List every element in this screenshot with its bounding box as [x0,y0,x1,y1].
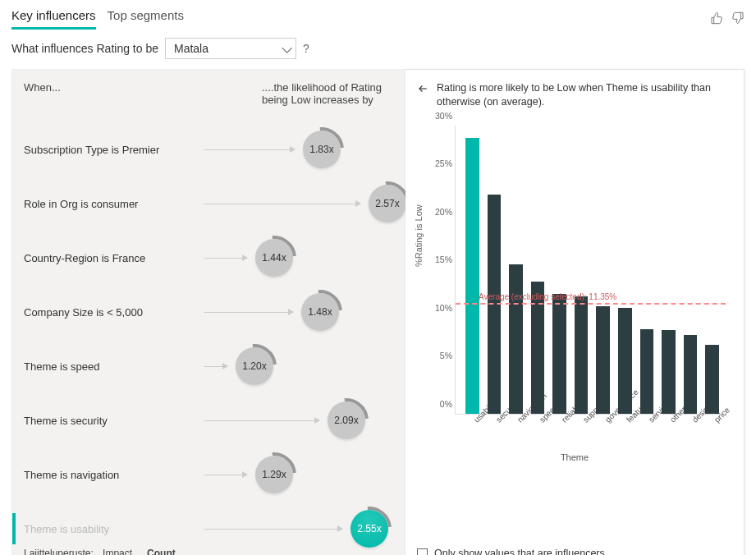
rating-value-dropdown[interactable]: Matala [165,38,296,59]
influencer-row[interactable]: Role in Org is consumer2.57x [24,177,393,231]
bar[interactable]: design [684,335,698,414]
influencer-row[interactable]: Country-Region is France1.44x [24,231,393,285]
selected-marker [12,513,16,544]
influencer-label: Company Size is < 5,000 [24,306,204,319]
influencer-track [204,475,247,475]
chart-panel: Rating is more likely to be Low when The… [405,69,745,555]
average-line [456,303,726,305]
y-tick: 5% [424,351,452,360]
bar[interactable]: reliability [552,294,566,414]
question-prefix: What influences Rating to be [11,42,158,55]
influencers-panel: When... ....the likelihood of Rating bei… [11,69,405,555]
influencer-label: Theme is speed [24,360,204,373]
bar[interactable]: navigation [509,264,523,413]
influencer-label: Theme is navigation [24,469,204,481]
only-influencers-checkbox[interactable] [417,548,428,556]
influencer-label: Theme is security [24,415,204,427]
influencer-bubble[interactable]: 1.48x [301,293,339,331]
feedback-buttons [710,11,745,27]
influencer-label: Subscription Type is Premier [24,144,204,156]
bar[interactable]: usability [465,138,479,414]
likelihood-label: ....the likelihood of Rating being Low i… [262,81,393,106]
influencers-header: When... ....the likelihood of Rating bei… [24,81,393,106]
chart-header: Rating is more likely to be Low when The… [417,81,732,109]
x-tick-label: price [712,405,731,424]
influencer-track [204,529,342,530]
y-axis-label: %Rating is Low [414,204,424,267]
influencer-row[interactable]: Company Size is < 5,0001.48x [24,285,393,339]
bar[interactable]: other [662,330,676,414]
y-tick: 0% [424,399,452,409]
influencer-label: Role in Org is consumer [24,198,204,210]
bar[interactable]: speed [531,282,545,413]
influencer-bubble[interactable]: 2.55x [351,510,388,548]
influencer-label: Country-Region is France [24,252,204,264]
tab-top-segments[interactable]: Top segments [108,8,184,30]
influencer-track [204,312,293,313]
y-tick: 25% [424,158,452,168]
influencer-label: Theme is usability [24,523,204,535]
influencer-track [204,149,295,150]
influencer-bubble[interactable]: 1.29x [255,456,293,493]
influencer-row[interactable]: Theme is navigation1.29x [24,447,393,502]
influencer-bubble[interactable]: 1.44x [255,239,293,277]
influencer-row[interactable]: Subscription Type is Premier1.83x [24,122,393,177]
influencer-bubble[interactable]: 2.09x [328,401,365,439]
influencer-track [204,258,247,259]
bar[interactable]: support [575,296,589,414]
influencer-track [204,420,319,421]
chart-title: Rating is more likely to be Low when The… [437,81,732,109]
main: When... ....the likelihood of Rating bei… [0,69,756,555]
sort-impact[interactable]: Impact [103,548,132,555]
bar[interactable]: price [705,345,719,414]
thumbs-down-icon[interactable] [731,11,745,27]
chart: %Rating is Low usabilitysecuritynavigati… [417,117,732,479]
question-row: What influences Rating to be Matala ? [0,30,756,69]
header: Key influencers Top segments [0,0,756,30]
plot-area: usabilitysecuritynavigationspeedreliabil… [455,126,726,415]
influencers-list: Subscription Type is Premier1.83xRole in… [24,122,393,555]
sort-label: Lajitteluperuste: [24,548,94,555]
only-influencers-row: Only show values that are influencers [417,548,605,555]
only-influencers-label: Only show values that are influencers [434,548,605,555]
when-label: When... [24,81,61,106]
influencer-track [204,366,227,367]
tab-key-influencers[interactable]: Key influencers [11,8,96,30]
influencer-bubble[interactable]: 1.20x [236,347,273,385]
thumbs-up-icon[interactable] [710,11,723,27]
y-tick: 10% [424,303,452,313]
bar[interactable]: governance [596,306,610,414]
help-icon[interactable]: ? [303,42,309,55]
tabs: Key influencers Top segments [11,8,184,30]
influencer-bubble[interactable]: 1.83x [303,131,341,168]
influencer-row[interactable]: Theme is security2.09x [24,393,393,447]
influencer-bubble[interactable]: 2.57x [369,185,406,222]
bars: usabilitysecuritynavigationspeedreliabil… [465,126,719,414]
sort-count[interactable]: Count [147,548,176,555]
influencer-track [204,204,360,204]
x-axis-label: Theme [561,452,589,462]
average-label: Average (excluding selected): 11.35% [479,292,616,301]
sort-bar: Lajitteluperuste: Impact Count [24,548,182,555]
bar[interactable]: features [618,308,632,414]
bar[interactable]: services [640,329,654,414]
back-arrow-icon[interactable] [417,83,428,97]
influencer-row[interactable]: Theme is speed1.20x [24,339,393,393]
y-tick: 20% [424,207,452,217]
y-tick: 30% [424,111,452,121]
y-tick: 15% [424,255,452,264]
